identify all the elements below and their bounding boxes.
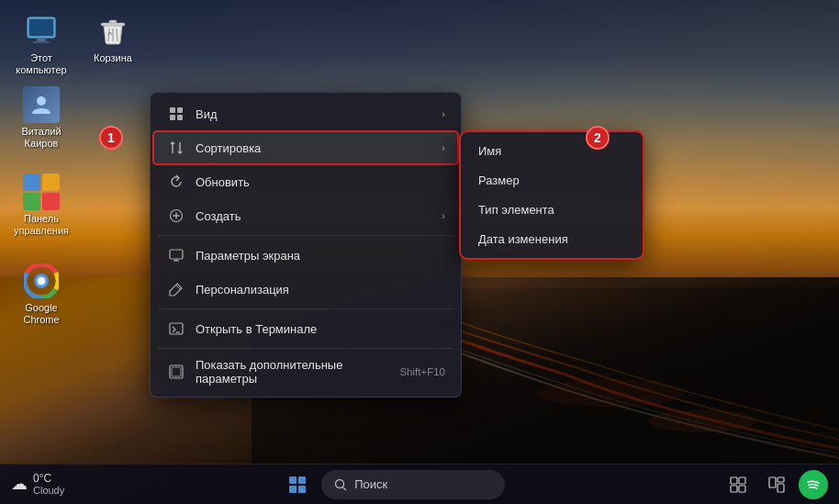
menu-item-advanced[interactable]: Показать дополнительные параметры Shift+… xyxy=(153,352,458,392)
svg-rect-3 xyxy=(29,19,53,36)
menu-item-create[interactable]: Создать › xyxy=(153,199,458,232)
menu-item-terminal[interactable]: Открыть в Терминале xyxy=(153,312,458,345)
sort-icon xyxy=(166,138,186,158)
create-icon xyxy=(166,206,186,226)
recycle-icon-label: Корзина xyxy=(94,52,132,64)
refresh-label: Обновить xyxy=(196,175,445,189)
taskbar: ☁ 0°C Cloudy xyxy=(0,464,839,504)
weather-icon: ☁ xyxy=(11,474,28,494)
control-icon-label: Панельуправления xyxy=(14,213,69,237)
personalize-icon xyxy=(166,279,186,299)
svg-rect-35 xyxy=(731,486,737,492)
svg-rect-37 xyxy=(769,477,776,487)
context-menu: Вид › Сортировка › Имя Размер xyxy=(150,92,462,398)
submenu-sort-size[interactable]: Размер xyxy=(464,166,640,195)
svg-point-31 xyxy=(336,479,344,487)
widgets-icon xyxy=(768,476,785,493)
svg-rect-36 xyxy=(739,486,745,492)
chrome-icon-label: Google Chrome xyxy=(13,302,70,326)
desktop-icons-top: Этот компьютер xyxy=(9,9,145,80)
create-label: Создать xyxy=(196,209,434,223)
sort-name-label: Имя xyxy=(478,144,501,158)
svg-rect-39 xyxy=(777,484,784,492)
chrome-icon xyxy=(23,263,60,299)
svg-rect-34 xyxy=(739,477,745,484)
desktop-icon-control-wrapper: Панельуправления xyxy=(9,170,73,241)
desktop-icon-control[interactable]: Панельуправления xyxy=(9,170,73,241)
user-profile-icon xyxy=(23,86,60,123)
advanced-icon xyxy=(166,362,186,382)
user-icon-label: ВиталийКаиров xyxy=(21,126,61,150)
submenu-sort-name[interactable]: Имя xyxy=(464,137,640,165)
desktop: Этот компьютер xyxy=(0,0,839,504)
computer-icon xyxy=(23,13,60,50)
svg-rect-18 xyxy=(170,115,175,120)
menu-item-refresh[interactable]: Обновить xyxy=(153,165,458,198)
create-arrow: › xyxy=(442,210,445,221)
menu-item-personalize[interactable]: Персонализация xyxy=(153,273,458,306)
svg-rect-16 xyxy=(170,107,175,113)
windows-logo xyxy=(289,476,306,493)
desktop-icon-chrome-wrapper: Google Chrome xyxy=(9,259,73,330)
advanced-label: Показать дополнительные параметры xyxy=(196,358,392,386)
sort-type-label: Тип элемента xyxy=(478,203,554,217)
desktop-icon-user[interactable]: ВиталийКаиров xyxy=(9,83,73,153)
task-view-button[interactable] xyxy=(722,468,755,501)
svg-rect-4 xyxy=(37,38,46,41)
svg-rect-38 xyxy=(777,477,784,482)
svg-point-11 xyxy=(37,96,46,106)
taskbar-right xyxy=(722,468,828,501)
search-label: Поиск xyxy=(354,477,387,491)
svg-rect-33 xyxy=(731,477,737,484)
svg-rect-6 xyxy=(101,23,125,26)
svg-rect-23 xyxy=(170,250,183,259)
recycle-bin-icon xyxy=(95,13,131,50)
computer-icon-label: Этот компьютер xyxy=(13,52,70,76)
refresh-icon xyxy=(166,172,186,192)
badge-2: 2 xyxy=(586,126,610,150)
view-label: Вид xyxy=(196,107,434,121)
separator-1 xyxy=(158,235,453,236)
task-view-icon xyxy=(730,476,746,493)
weather-widget[interactable]: ☁ 0°C Cloudy xyxy=(11,472,64,498)
sort-date-label: Дата изменения xyxy=(478,232,568,246)
desktop-icon-recycle[interactable]: Корзина xyxy=(81,9,145,80)
sort-label: Сортировка xyxy=(196,141,434,155)
control-panel-icon xyxy=(23,174,60,210)
svg-rect-7 xyxy=(109,20,117,23)
sort-submenu: Имя Размер Тип элемента Дата изменения xyxy=(460,131,643,259)
menu-item-view[interactable]: Вид › xyxy=(153,97,458,130)
advanced-shortcut: Shift+F10 xyxy=(399,366,445,377)
desktop-icon-user-wrapper: ВиталийКаиров xyxy=(9,83,73,153)
submenu-sort-type[interactable]: Тип элемента xyxy=(464,196,640,224)
weather-temp: 0°C xyxy=(33,472,64,485)
widgets-button[interactable] xyxy=(760,468,793,501)
display-icon xyxy=(166,245,186,265)
view-arrow: › xyxy=(442,108,445,119)
spotify-icon xyxy=(805,476,822,493)
taskbar-center: Поиск xyxy=(64,468,722,501)
submenu-sort-date[interactable]: Дата изменения xyxy=(464,225,640,253)
weather-info: 0°C Cloudy xyxy=(33,472,64,498)
personalize-label: Персонализация xyxy=(196,283,445,297)
svg-line-32 xyxy=(343,487,347,490)
search-bar[interactable]: Поиск xyxy=(321,470,505,499)
menu-item-sort[interactable]: Сортировка › Имя Размер Тип элемента Дат… xyxy=(153,131,458,164)
search-icon xyxy=(334,478,347,491)
sort-size-label: Размер xyxy=(478,174,520,187)
separator-3 xyxy=(158,348,453,349)
taskbar-left: ☁ 0°C Cloudy xyxy=(11,472,64,498)
svg-rect-17 xyxy=(177,107,183,113)
spotify-button[interactable] xyxy=(799,470,828,499)
svg-point-15 xyxy=(38,277,45,285)
view-icon xyxy=(166,104,186,124)
start-button[interactable] xyxy=(281,468,314,501)
terminal-label: Открыть в Терминале xyxy=(196,322,445,336)
sort-arrow: › xyxy=(442,142,445,153)
svg-rect-5 xyxy=(33,41,50,43)
display-label: Параметры экрана xyxy=(196,249,445,263)
desktop-icon-chrome[interactable]: Google Chrome xyxy=(9,259,73,330)
menu-item-display[interactable]: Параметры экрана xyxy=(153,239,458,272)
desktop-icon-computer[interactable]: Этот компьютер xyxy=(9,9,73,80)
svg-rect-19 xyxy=(177,115,183,120)
